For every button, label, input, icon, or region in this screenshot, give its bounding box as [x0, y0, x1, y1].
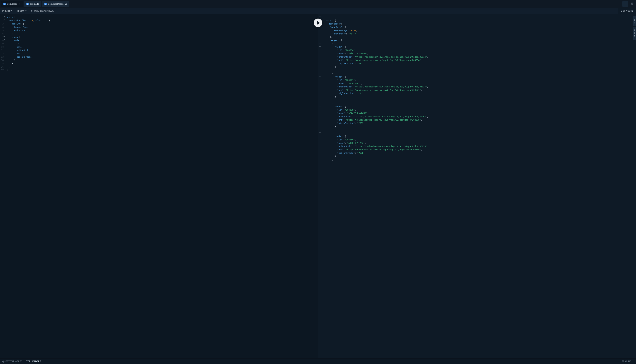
query-icon: Q — [3, 3, 6, 5]
side-rail: DOCS SCHEMA — [633, 16, 636, 40]
tab-label: deputado — [30, 3, 39, 5]
endpoint-status-dot — [31, 10, 32, 12]
editor-gutter: 1234567891011121314151617 — [0, 14, 5, 358]
tab-label: deputadoDespesas — [48, 3, 67, 5]
fold-toggle[interactable] — [319, 40, 321, 40]
play-button[interactable] — [314, 18, 322, 27]
result-code: { "data": { "deputados": { "pageInfo": {… — [322, 14, 636, 168]
endpoint-url: http://localhost:4000/ — [34, 10, 54, 12]
tabs-container: Qdeputados×QdeputadoQdeputadoDespesas — [1, 1, 622, 7]
result-viewer[interactable]: { "data": { "deputados": { "pageInfo": {… — [318, 14, 636, 358]
fold-toggle[interactable] — [319, 76, 321, 77]
query-icon: Q — [44, 3, 47, 5]
fold-toggle[interactable] — [319, 136, 321, 136]
footer-http-headers[interactable]: HTTP HEADERS — [25, 360, 41, 362]
schema-button[interactable]: SCHEMA — [633, 27, 636, 40]
fold-toggle[interactable] — [319, 132, 321, 133]
query-editor[interactable]: 1234567891011121314151617 query { deputa… — [0, 14, 318, 358]
footer-query-variables[interactable]: QUERY VARIABLES — [2, 360, 22, 362]
prettify-button[interactable]: PRETTIFY — [0, 8, 15, 14]
app-root: Qdeputados×QdeputadoQdeputadoDespesas + … — [0, 0, 636, 364]
tab-label: deputados — [7, 3, 18, 5]
editor-code[interactable]: query { deputados(first: 20, after: "") … — [6, 14, 318, 78]
copy-curl-button[interactable]: COPY CURL — [618, 8, 636, 14]
fold-toggle[interactable] — [319, 46, 321, 47]
toolbar: PRETTIFY HISTORY http://localhost:4000/ … — [0, 8, 636, 14]
tab-deputadoDespesas[interactable]: QdeputadoDespesas — [42, 1, 69, 7]
fold-toggle[interactable] — [319, 103, 321, 104]
tab-deputados[interactable]: Qdeputados× — [1, 1, 23, 7]
close-icon[interactable]: × — [19, 3, 21, 5]
docs-button[interactable]: DOCS — [633, 16, 636, 26]
gear-icon[interactable] — [630, 1, 635, 7]
fold-toggle[interactable] — [319, 16, 321, 18]
query-icon: Q — [26, 3, 29, 5]
fold-toggle[interactable] — [319, 73, 321, 74]
main-area: 1234567891011121314151617 query { deputa… — [0, 14, 636, 358]
endpoint-input[interactable]: http://localhost:4000/ — [29, 10, 618, 12]
history-button[interactable]: HISTORY — [15, 8, 29, 14]
fold-toggle[interactable] — [319, 43, 321, 44]
fold-toggle[interactable] — [319, 106, 321, 107]
footer-tracing[interactable]: TRACING — [622, 360, 631, 362]
tab-bar: Qdeputados×QdeputadoQdeputadoDespesas + — [0, 0, 636, 8]
footer: QUERY VARIABLES HTTP HEADERS TRACING — [0, 358, 636, 364]
tab-deputado[interactable]: Qdeputado — [24, 1, 41, 7]
tab-add-button[interactable]: + — [622, 1, 628, 7]
